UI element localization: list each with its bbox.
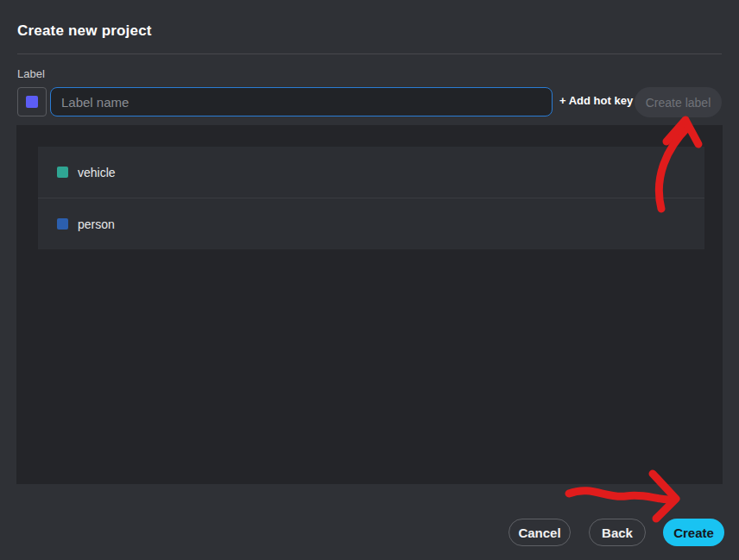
- back-button[interactable]: Back: [589, 519, 646, 546]
- label-name: person: [78, 217, 115, 231]
- label-color-swatch-icon: [26, 96, 38, 108]
- create-label-button[interactable]: Create label: [635, 87, 722, 117]
- label-name: vehicle: [78, 166, 116, 179]
- label-name-input[interactable]: [50, 87, 553, 116]
- dialog-title: Create new project: [17, 22, 152, 40]
- label-field-caption: Label: [17, 67, 45, 80]
- label-row-vehicle[interactable]: vehicle: [38, 147, 704, 198]
- cancel-button[interactable]: Cancel: [508, 519, 571, 546]
- header-divider: [17, 53, 722, 54]
- label-list: vehicle person: [38, 147, 704, 249]
- labels-panel: vehicle person: [16, 125, 723, 484]
- create-button[interactable]: Create: [663, 519, 724, 546]
- label-color-swatch: [57, 218, 68, 230]
- create-project-dialog: Create new project Label + Add hot key C…: [0, 0, 739, 560]
- label-row-person[interactable]: person: [38, 198, 704, 249]
- add-hotkey-link[interactable]: + Add hot key: [559, 94, 633, 107]
- label-color-swatch: [57, 167, 68, 178]
- label-color-picker-button[interactable]: [17, 87, 47, 116]
